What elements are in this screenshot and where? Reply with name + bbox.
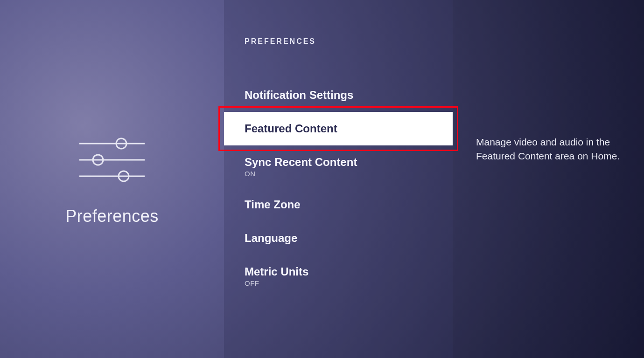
menu-item-sync-recent-content[interactable]: Sync Recent Content ON — [224, 145, 453, 188]
menu-item-notification-settings[interactable]: Notification Settings — [224, 78, 453, 112]
menu-item-label: Sync Recent Content — [245, 156, 357, 168]
sliders-icon — [75, 132, 149, 190]
menu-item-featured-content[interactable]: Featured Content — [224, 112, 453, 145]
menu-item-value: ON — [245, 170, 432, 178]
menu-item-label: Time Zone — [245, 198, 301, 211]
menu-item-metric-units[interactable]: Metric Units OFF — [224, 255, 453, 297]
category-title: Preferences — [65, 207, 159, 226]
category-pane: Preferences — [0, 0, 224, 358]
item-description: Manage video and audio in the Featured C… — [476, 135, 621, 164]
menu-pane: PREFERENCES Notification Settings Featur… — [224, 0, 453, 358]
menu-item-label: Notification Settings — [245, 89, 353, 101]
menu-item-time-zone[interactable]: Time Zone — [224, 188, 453, 221]
section-header: PREFERENCES — [224, 37, 453, 46]
menu-item-label: Featured Content — [245, 122, 337, 135]
menu-item-label: Language — [245, 232, 297, 244]
detail-pane: Manage video and audio in the Featured C… — [453, 0, 644, 358]
menu-item-value: OFF — [245, 279, 432, 287]
menu-item-label: Metric Units — [245, 265, 308, 278]
menu-item-language[interactable]: Language — [224, 221, 453, 255]
